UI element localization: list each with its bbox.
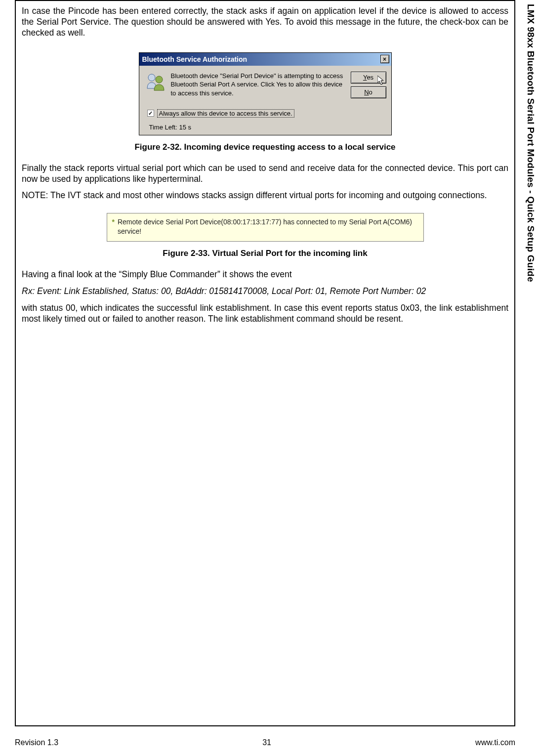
- bullet-icon: *: [112, 217, 115, 236]
- dialog-body: Bluetooth device "Serial Port Device" is…: [139, 66, 391, 135]
- page-content-frame: In case the Pincode has been entered cor…: [15, 0, 515, 726]
- footer-url: www.ti.com: [475, 738, 515, 747]
- document-title-sidebar: LMX 98xx Bluetooth Serial Port Modules -…: [520, 4, 536, 282]
- always-allow-checkbox[interactable]: ✓: [147, 110, 154, 117]
- people-icon: [144, 71, 166, 92]
- svg-point-0: [148, 74, 155, 81]
- page-footer: Revision 1.3 31 www.ti.com: [15, 738, 515, 747]
- paragraph-5-event: Rx: Event: Link Established, Status: 00,…: [22, 286, 508, 297]
- paragraph-1: In case the Pincode has been entered cor…: [22, 6, 508, 39]
- svg-point-1: [156, 76, 163, 83]
- dialog-titlebar: Bluetooth Service Authorization ×: [139, 53, 391, 66]
- connection-notification: * Remote device Serial Port Device(08:00…: [107, 213, 424, 242]
- close-icon[interactable]: ×: [380, 55, 389, 63]
- paragraph-2: Finally the stack reports virtual serial…: [22, 163, 508, 185]
- paragraph-4: Having a final look at the “Simply Blue …: [22, 269, 508, 280]
- time-left-label: Time Left: 15 s: [149, 124, 386, 131]
- figure-2-32-caption: Figure 2-32. Incoming device requesting …: [22, 142, 508, 152]
- paragraph-6: with status 00, which indicates the succ…: [22, 303, 508, 325]
- notification-text: Remote device Serial Port Device(08:00:1…: [118, 217, 418, 236]
- bluetooth-auth-dialog: Bluetooth Service Authorization ×: [139, 52, 392, 135]
- footer-page-number: 31: [262, 738, 271, 747]
- no-button[interactable]: No: [351, 86, 386, 98]
- figure-2-32-container: Bluetooth Service Authorization ×: [22, 52, 508, 135]
- figure-2-33-caption: Figure 2-33. Virtual Serial Port for the…: [22, 249, 508, 258]
- dialog-message: Bluetooth device "Serial Port Device" is…: [171, 71, 346, 98]
- figure-2-33-container: * Remote device Serial Port Device(08:00…: [22, 213, 508, 242]
- footer-revision: Revision 1.3: [15, 738, 58, 747]
- yes-button[interactable]: Yes: [351, 72, 386, 84]
- dialog-title: Bluetooth Service Authorization: [142, 55, 380, 63]
- always-allow-label: Always allow this device to access this …: [157, 109, 294, 118]
- paragraph-3: NOTE: The IVT stack and most other windo…: [22, 190, 508, 201]
